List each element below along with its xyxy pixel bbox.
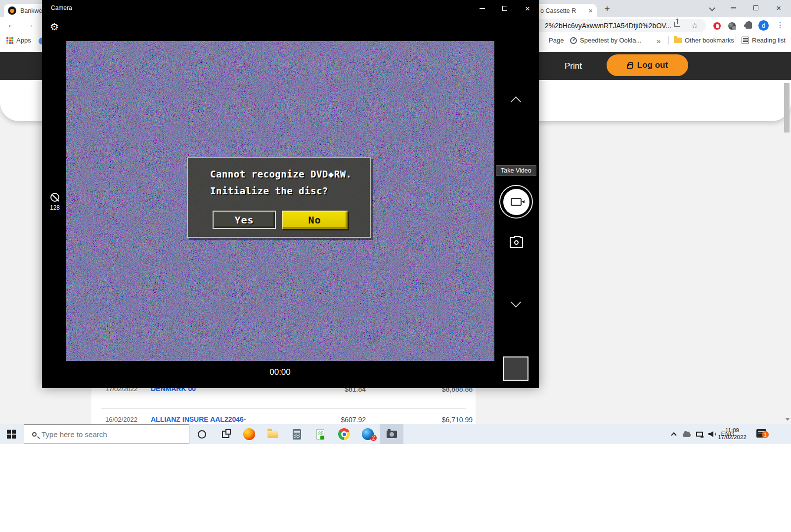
transaction-link[interactable]: ALLIANZ INSURE AAL22046- — [151, 415, 246, 423]
video-camera-icon — [511, 198, 522, 206]
browser-maximize-button[interactable] — [747, 0, 764, 16]
taskbar-clock[interactable]: 11:09 17/02/2022 — [716, 427, 748, 441]
bookmarks-overflow-button[interactable]: » — [657, 37, 660, 45]
taskbar-browser-badged-button[interactable]: 2 — [356, 424, 380, 444]
take-video-button[interactable] — [499, 185, 533, 219]
overflow-chevrons: » — [657, 37, 660, 45]
print-button[interactable]: Print — [565, 61, 582, 71]
camera-window-controls: × — [471, 0, 539, 17]
page-scrollbar[interactable] — [784, 83, 790, 133]
reading-list-icon — [742, 37, 749, 44]
tray-network[interactable] — [693, 424, 706, 444]
address-bar-url: 2%2bHc6vyAxwwnRTJA54Dtji0%2bOV... — [545, 22, 671, 30]
taskbar-task-view-button[interactable] — [214, 424, 237, 444]
notification-count-badge: 1 — [762, 431, 769, 438]
camera-zoom-value: 128 — [48, 204, 61, 211]
firefox-icon — [243, 428, 255, 440]
taskbar-cortana-button[interactable] — [190, 424, 214, 444]
clock-date: 17/02/2022 — [716, 434, 748, 441]
camera-window-title: Camera — [51, 4, 72, 11]
speedtest-gauge-icon — [570, 37, 577, 44]
bankwest-favicon — [8, 6, 16, 15]
browser-notification-badge: 2 — [370, 435, 377, 441]
other-bookmarks-button[interactable]: Other bookmarks — [674, 37, 734, 44]
desktop-screen: Bankwes o Cassette R × + × ← → 2%2bHc6vy… — [0, 0, 791, 532]
maximize-icon — [502, 6, 507, 11]
reading-list-label: Reading list — [752, 37, 786, 44]
minimize-icon — [480, 8, 485, 9]
video-timer: 00:00 — [66, 367, 494, 377]
last-capture-thumbnail[interactable] — [503, 356, 528, 381]
reading-list-button[interactable]: Reading list — [742, 37, 786, 44]
flash-off-icon — [50, 193, 59, 202]
transaction-amount: $607.92 — [341, 416, 366, 424]
camera-app-icon — [387, 431, 397, 438]
camera-app-window: Camera × ⚙ Cannot recognize DVD◆RW. Ini — [42, 0, 539, 388]
taskbar-firefox-button[interactable] — [237, 424, 261, 444]
chevron-up-icon — [671, 432, 676, 438]
logout-button[interactable]: Log out — [607, 54, 688, 76]
browser-menu-icon[interactable]: ⋮ — [776, 20, 784, 30]
taskbar-camera-button-active[interactable] — [380, 424, 403, 444]
extensions-puzzle-icon[interactable] — [746, 22, 752, 29]
dvd-yes-button[interactable]: Yes — [213, 211, 276, 229]
browser-close-button[interactable]: × — [770, 0, 787, 16]
taskbar-search-input[interactable] — [42, 430, 165, 439]
camera-maximize-button[interactable] — [493, 0, 516, 17]
dvd-dialog-message-line1: Cannot recognize DVD◆RW. — [210, 169, 352, 179]
flash-off-indicator[interactable]: 128 — [48, 193, 61, 211]
start-button[interactable] — [7, 430, 16, 439]
tab-search-button[interactable] — [704, 0, 719, 16]
other-bookmarks-label: Other bookmarks — [685, 37, 734, 44]
dvd-no-button[interactable]: No — [282, 211, 348, 229]
camera-settings-gear-icon[interactable]: ⚙ — [50, 21, 59, 33]
adblock-extension-icon[interactable] — [713, 22, 721, 30]
chevron-down-icon — [709, 5, 715, 11]
taskbar-chrome-button[interactable] — [332, 424, 356, 444]
share-icon[interactable] — [674, 22, 680, 27]
chevron-up-icon[interactable] — [511, 96, 521, 107]
bookmark-speedtest[interactable]: Speedtest by Ookla... — [570, 37, 641, 44]
taskbar-file-explorer-button[interactable] — [261, 424, 285, 444]
dvd-dialog: Cannot recognize DVD◆RW. Initialize the … — [187, 157, 371, 238]
taskbar-calculator-button[interactable] — [285, 424, 308, 444]
divider — [668, 36, 669, 44]
bookmark-star-icon[interactable]: ☆ — [691, 21, 698, 30]
clock-time: 11:09 — [716, 427, 748, 434]
tray-show-hidden-icons[interactable] — [667, 424, 680, 444]
calculator-icon — [293, 429, 301, 440]
divider — [736, 36, 736, 44]
take-photo-button[interactable] — [510, 237, 523, 248]
minimize-icon — [731, 7, 736, 8]
tray-onedrive[interactable] — [680, 424, 693, 444]
search-icon — [32, 432, 37, 437]
forward-button[interactable]: → — [25, 19, 34, 30]
extension-sphere-icon[interactable] — [728, 22, 736, 30]
wired-network-icon — [696, 432, 703, 437]
browser-minimize-button[interactable] — [725, 0, 742, 16]
camera-minimize-button[interactable] — [471, 0, 493, 17]
cortana-icon — [198, 430, 206, 439]
task-view-icon — [222, 431, 229, 438]
taskbar-search-box[interactable] — [24, 424, 189, 444]
taskbar-libreoffice-calc-button[interactable] — [308, 424, 332, 444]
transaction-date: 16/02/2022 — [105, 416, 137, 423]
back-button[interactable]: ← — [7, 19, 16, 30]
file-explorer-icon — [267, 431, 278, 438]
apps-label: Apps — [16, 37, 31, 44]
taskbar: 2 ENG 11:09 17/02/2022 — [0, 424, 791, 444]
logout-label: Log out — [637, 60, 668, 70]
row-divider — [101, 408, 466, 409]
bookmark-page[interactable]: Page — [549, 37, 564, 44]
scrollbar-down-arrow[interactable] — [785, 418, 790, 421]
transaction-balance: $6,710.99 — [442, 416, 473, 424]
chrome-icon — [338, 428, 350, 440]
tab-close-icon[interactable]: × — [588, 7, 593, 14]
chevron-down-icon[interactable] — [511, 297, 521, 308]
record-button-disc — [503, 189, 529, 215]
apps-shortcut[interactable]: Apps — [6, 37, 31, 44]
new-tab-button[interactable]: + — [601, 2, 614, 15]
tab-cassette[interactable]: o Cassette R × — [536, 4, 597, 17]
profile-avatar[interactable]: d — [758, 20, 769, 31]
camera-close-button[interactable]: × — [516, 0, 539, 17]
